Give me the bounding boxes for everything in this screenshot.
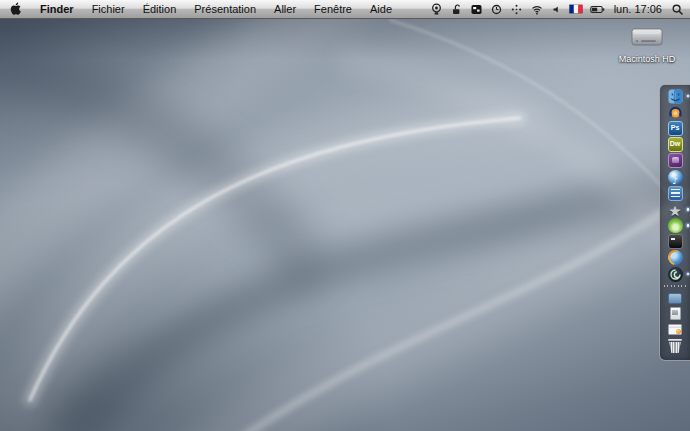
menu-edition[interactable]: Édition — [134, 0, 186, 18]
desktop: Finder Fichier Édition Présentation Alle… — [0, 0, 690, 431]
volume-icon[interactable] — [551, 0, 562, 18]
menu-finder[interactable]: Finder — [31, 0, 83, 18]
dock-item-terminal[interactable] — [660, 234, 690, 250]
spotlight-icon[interactable] — [671, 0, 684, 18]
dock-item-filmstrip-app[interactable] — [660, 185, 690, 201]
desktop-icon-macintosh-hd[interactable]: Macintosh HD — [614, 26, 680, 64]
apple-icon — [10, 2, 22, 16]
running-indicator — [687, 273, 690, 276]
dock: Ps Dw ♪ ★ — [659, 84, 690, 361]
dock-item-swirl-app[interactable] — [660, 266, 690, 282]
star-app-icon: ★ — [668, 202, 683, 217]
menu-bar-status: lun. 17:06 — [430, 0, 690, 18]
dock-item-folder-stack[interactable] — [660, 289, 690, 305]
dock-item-photoshop[interactable]: Ps — [660, 120, 690, 136]
dock-item-minimized-window[interactable] — [660, 322, 690, 338]
menu-presentation[interactable]: Présentation — [185, 0, 265, 18]
running-indicator — [687, 208, 690, 211]
terminal-icon — [668, 234, 683, 249]
menu-bar: Finder Fichier Édition Présentation Alle… — [0, 0, 690, 19]
dreamweaver-label: Dw — [670, 140, 681, 147]
hd-label: Macintosh HD — [614, 54, 680, 64]
purple-media-app-icon — [668, 153, 683, 168]
dock-item-itunes[interactable]: ♪ — [660, 169, 690, 185]
dock-item-headphones-app[interactable] — [660, 104, 690, 120]
menu-bar-left: Finder Fichier Édition Présentation Alle… — [0, 0, 401, 18]
swirl-app-icon — [668, 267, 683, 282]
photoshop-label: Ps — [671, 124, 680, 131]
dock-item-trash[interactable] — [660, 338, 690, 354]
dock-item-star-app[interactable]: ★ — [660, 201, 690, 217]
dock-item-adium[interactable] — [660, 218, 690, 234]
menu-aide[interactable]: Aide — [361, 0, 401, 18]
apple-menu[interactable] — [0, 0, 31, 18]
dreamweaver-icon: Dw — [668, 137, 683, 152]
minimized-window-icon — [668, 324, 682, 335]
itunes-icon: ♪ — [668, 170, 683, 185]
dock-item-firefox[interactable] — [660, 250, 690, 266]
wifi-icon[interactable] — [530, 0, 544, 18]
star-glyph: ★ — [669, 203, 682, 219]
dock-item-finder[interactable] — [660, 88, 690, 104]
camera-status-icon[interactable] — [430, 0, 443, 18]
filmstrip-app-icon — [668, 186, 683, 201]
trash-icon — [669, 339, 681, 353]
dock-item-dreamweaver[interactable]: Dw — [660, 137, 690, 153]
dock-item-document-stack[interactable] — [660, 305, 690, 321]
battery-icon[interactable] — [590, 0, 605, 18]
adium-duck-icon — [668, 218, 683, 233]
french-flag-icon[interactable] — [569, 0, 583, 18]
time-machine-icon[interactable] — [490, 0, 503, 18]
hard-drive-icon — [630, 26, 664, 48]
spaces-icon[interactable] — [470, 0, 483, 18]
menu-fichier[interactable]: Fichier — [83, 0, 134, 18]
wallpaper — [0, 0, 690, 431]
document-stack-icon — [670, 307, 681, 320]
dock-separator — [664, 283, 686, 288]
menu-clock[interactable]: lun. 17:06 — [612, 3, 664, 15]
photoshop-icon: Ps — [668, 121, 683, 136]
running-indicator — [687, 95, 690, 98]
finder-icon — [668, 89, 683, 104]
menu-aller[interactable]: Aller — [265, 0, 305, 18]
menu-fenetre[interactable]: Fenêtre — [305, 0, 361, 18]
crosshair-dots-icon[interactable] — [510, 0, 523, 18]
dock-item-purple-media-app[interactable] — [660, 153, 690, 169]
firefox-icon — [668, 250, 683, 265]
running-indicator — [687, 224, 690, 227]
folder-stack-icon — [668, 293, 682, 304]
music-note-glyph: ♪ — [672, 176, 678, 186]
unlocked-padlock-icon[interactable] — [450, 0, 463, 18]
wallpaper-swoosh — [0, 0, 690, 431]
headphones-app-icon — [668, 105, 683, 120]
